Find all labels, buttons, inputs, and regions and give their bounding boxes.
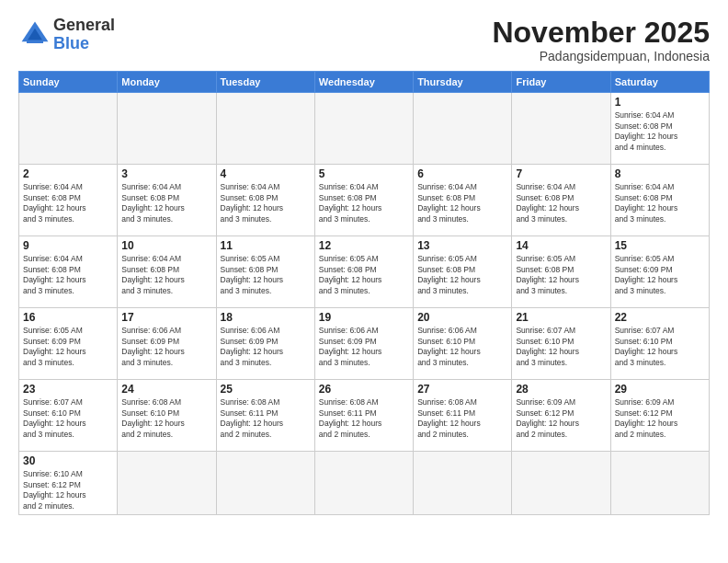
day-info: Sunrise: 6:06 AM Sunset: 6:09 PM Dayligh… xyxy=(121,326,211,368)
day-info: Sunrise: 6:04 AM Sunset: 6:08 PM Dayligh… xyxy=(516,182,606,224)
day-info: Sunrise: 6:08 AM Sunset: 6:11 PM Dayligh… xyxy=(221,397,311,440)
calendar-cell: 30Sunrise: 6:10 AM Sunset: 6:12 PM Dayli… xyxy=(19,452,118,515)
day-info: Sunrise: 6:06 AM Sunset: 6:10 PM Dayligh… xyxy=(417,326,507,368)
day-info: Sunrise: 6:04 AM Sunset: 6:08 PM Dayligh… xyxy=(23,182,113,224)
month-title: November 2025 xyxy=(492,17,710,49)
day-info: Sunrise: 6:09 AM Sunset: 6:12 PM Dayligh… xyxy=(615,397,705,440)
logo-icon xyxy=(18,18,51,52)
calendar-cell: 5Sunrise: 6:04 AM Sunset: 6:08 PM Daylig… xyxy=(314,165,413,236)
subtitle: Padangsidempuan, Indonesia xyxy=(492,49,710,63)
day-number: 23 xyxy=(23,383,113,396)
day-number: 17 xyxy=(121,311,211,324)
day-number: 3 xyxy=(121,167,211,180)
day-number: 16 xyxy=(23,311,113,324)
day-info: Sunrise: 6:08 AM Sunset: 6:11 PM Dayligh… xyxy=(417,397,507,440)
calendar-cell xyxy=(414,93,512,165)
calendar-cell: 22Sunrise: 6:07 AM Sunset: 6:10 PM Dayli… xyxy=(610,308,709,380)
day-number: 11 xyxy=(221,239,311,252)
calendar-cell: 1Sunrise: 6:04 AM Sunset: 6:08 PM Daylig… xyxy=(610,93,709,165)
day-number: 19 xyxy=(319,311,409,324)
logo-text: General Blue xyxy=(53,17,115,53)
day-info: Sunrise: 6:07 AM Sunset: 6:10 PM Dayligh… xyxy=(615,326,705,368)
calendar-cell: 3Sunrise: 6:04 AM Sunset: 6:08 PM Daylig… xyxy=(118,165,216,236)
calendar-cell: 21Sunrise: 6:07 AM Sunset: 6:10 PM Dayli… xyxy=(512,308,610,380)
calendar-cell xyxy=(19,93,118,165)
day-info: Sunrise: 6:06 AM Sunset: 6:09 PM Dayligh… xyxy=(319,326,409,368)
day-info: Sunrise: 6:04 AM Sunset: 6:08 PM Dayligh… xyxy=(221,182,311,224)
day-info: Sunrise: 6:05 AM Sunset: 6:08 PM Dayligh… xyxy=(516,254,606,296)
day-number: 6 xyxy=(417,167,507,180)
calendar-table: Sunday Monday Tuesday Wednesday Thursday… xyxy=(18,71,710,515)
day-number: 26 xyxy=(319,383,409,396)
calendar-cell: 7Sunrise: 6:04 AM Sunset: 6:08 PM Daylig… xyxy=(512,165,610,236)
col-friday: Friday xyxy=(512,72,610,93)
day-number: 28 xyxy=(516,383,606,396)
svg-rect-2 xyxy=(27,40,43,43)
calendar-cell xyxy=(314,452,413,515)
day-number: 9 xyxy=(23,239,113,252)
day-number: 21 xyxy=(516,311,606,324)
col-saturday: Saturday xyxy=(610,72,709,93)
day-number: 27 xyxy=(417,383,507,396)
day-number: 5 xyxy=(319,167,409,180)
calendar-cell: 20Sunrise: 6:06 AM Sunset: 6:10 PM Dayli… xyxy=(414,308,512,380)
day-info: Sunrise: 6:05 AM Sunset: 6:08 PM Dayligh… xyxy=(221,254,311,296)
day-info: Sunrise: 6:10 AM Sunset: 6:12 PM Dayligh… xyxy=(23,469,113,511)
col-sunday: Sunday xyxy=(19,72,118,93)
logo: General Blue xyxy=(18,17,115,53)
calendar-cell: 27Sunrise: 6:08 AM Sunset: 6:11 PM Dayli… xyxy=(414,380,512,452)
col-tuesday: Tuesday xyxy=(216,72,314,93)
col-monday: Monday xyxy=(118,72,216,93)
calendar-header-row: Sunday Monday Tuesday Wednesday Thursday… xyxy=(19,72,710,93)
calendar-cell xyxy=(610,452,709,515)
calendar-cell: 9Sunrise: 6:04 AM Sunset: 6:08 PM Daylig… xyxy=(19,236,118,308)
calendar-cell: 14Sunrise: 6:05 AM Sunset: 6:08 PM Dayli… xyxy=(512,236,610,308)
day-info: Sunrise: 6:04 AM Sunset: 6:08 PM Dayligh… xyxy=(121,254,211,296)
calendar-cell: 12Sunrise: 6:05 AM Sunset: 6:08 PM Dayli… xyxy=(314,236,413,308)
col-wednesday: Wednesday xyxy=(314,72,413,93)
calendar-cell xyxy=(216,452,314,515)
day-info: Sunrise: 6:05 AM Sunset: 6:09 PM Dayligh… xyxy=(23,326,113,368)
day-info: Sunrise: 6:05 AM Sunset: 6:08 PM Dayligh… xyxy=(319,254,409,296)
day-info: Sunrise: 6:07 AM Sunset: 6:10 PM Dayligh… xyxy=(23,397,113,440)
calendar-cell: 18Sunrise: 6:06 AM Sunset: 6:09 PM Dayli… xyxy=(216,308,314,380)
calendar-cell: 19Sunrise: 6:06 AM Sunset: 6:09 PM Dayli… xyxy=(314,308,413,380)
calendar-cell: 8Sunrise: 6:04 AM Sunset: 6:08 PM Daylig… xyxy=(610,165,709,236)
day-info: Sunrise: 6:08 AM Sunset: 6:10 PM Dayligh… xyxy=(121,397,211,440)
day-number: 15 xyxy=(615,239,705,252)
day-number: 24 xyxy=(121,383,211,396)
calendar-cell: 10Sunrise: 6:04 AM Sunset: 6:08 PM Dayli… xyxy=(118,236,216,308)
day-info: Sunrise: 6:04 AM Sunset: 6:08 PM Dayligh… xyxy=(615,182,705,224)
day-number: 10 xyxy=(121,239,211,252)
calendar-cell: 16Sunrise: 6:05 AM Sunset: 6:09 PM Dayli… xyxy=(19,308,118,380)
day-info: Sunrise: 6:04 AM Sunset: 6:08 PM Dayligh… xyxy=(319,182,409,224)
logo-blue: Blue xyxy=(53,34,89,52)
title-block: November 2025 Padangsidempuan, Indonesia xyxy=(492,17,710,63)
calendar-cell: 15Sunrise: 6:05 AM Sunset: 6:09 PM Dayli… xyxy=(610,236,709,308)
day-number: 18 xyxy=(221,311,311,324)
day-number: 25 xyxy=(221,383,311,396)
day-info: Sunrise: 6:04 AM Sunset: 6:08 PM Dayligh… xyxy=(615,110,705,153)
day-number: 14 xyxy=(516,239,606,252)
calendar-cell: 11Sunrise: 6:05 AM Sunset: 6:08 PM Dayli… xyxy=(216,236,314,308)
day-info: Sunrise: 6:09 AM Sunset: 6:12 PM Dayligh… xyxy=(516,397,606,440)
col-thursday: Thursday xyxy=(414,72,512,93)
calendar-cell: 23Sunrise: 6:07 AM Sunset: 6:10 PM Dayli… xyxy=(19,380,118,452)
day-number: 2 xyxy=(23,167,113,180)
day-number: 30 xyxy=(23,454,113,467)
calendar-cell: 2Sunrise: 6:04 AM Sunset: 6:08 PM Daylig… xyxy=(19,165,118,236)
calendar-cell: 6Sunrise: 6:04 AM Sunset: 6:08 PM Daylig… xyxy=(414,165,512,236)
calendar-cell xyxy=(414,452,512,515)
calendar-cell: 17Sunrise: 6:06 AM Sunset: 6:09 PM Dayli… xyxy=(118,308,216,380)
day-number: 12 xyxy=(319,239,409,252)
calendar-cell: 29Sunrise: 6:09 AM Sunset: 6:12 PM Dayli… xyxy=(610,380,709,452)
day-info: Sunrise: 6:07 AM Sunset: 6:10 PM Dayligh… xyxy=(516,326,606,368)
day-number: 4 xyxy=(221,167,311,180)
day-info: Sunrise: 6:05 AM Sunset: 6:09 PM Dayligh… xyxy=(615,254,705,296)
calendar-cell: 24Sunrise: 6:08 AM Sunset: 6:10 PM Dayli… xyxy=(118,380,216,452)
day-number: 22 xyxy=(615,311,705,324)
calendar-cell xyxy=(118,93,216,165)
calendar-cell: 26Sunrise: 6:08 AM Sunset: 6:11 PM Dayli… xyxy=(314,380,413,452)
day-info: Sunrise: 6:04 AM Sunset: 6:08 PM Dayligh… xyxy=(417,182,507,224)
calendar-cell xyxy=(216,93,314,165)
